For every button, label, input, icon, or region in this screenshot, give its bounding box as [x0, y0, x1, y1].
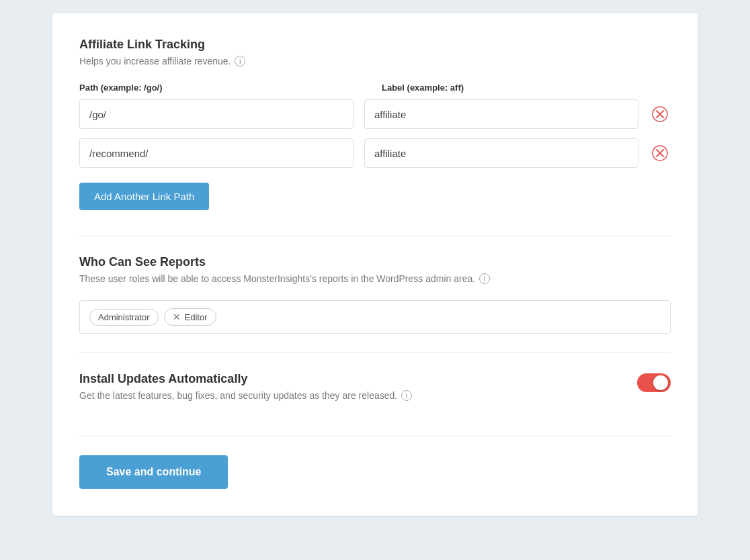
remove-icon-2	[652, 145, 668, 161]
reports-info-icon[interactable]: i	[479, 273, 490, 284]
divider-1	[79, 236, 671, 236]
updates-desc: Get the latest features, bug fixes, and …	[79, 390, 624, 401]
fields-header: Path (example: /go/) Label (example: aff…	[79, 83, 671, 93]
divider-3	[79, 436, 671, 436]
divider-2	[79, 353, 671, 353]
remove-row-2-button[interactable]	[649, 142, 671, 164]
label-column-header: Label (example: aff)	[382, 83, 671, 93]
updates-title: Install Updates Automatically	[79, 372, 624, 386]
affiliate-section: Affiliate Link Tracking Helps you increa…	[79, 38, 671, 217]
updates-info-icon[interactable]: i	[401, 390, 412, 401]
affiliate-title: Affiliate Link Tracking	[79, 38, 671, 52]
affiliate-desc: Helps you increase affiliate revenue. i	[79, 56, 671, 66]
affiliate-info-icon[interactable]: i	[235, 56, 245, 66]
save-continue-button[interactable]: Save and continue	[79, 455, 228, 489]
role-administrator-label: Administrator	[98, 312, 150, 322]
link-path-row-2	[79, 138, 671, 168]
label-input-2[interactable]	[364, 138, 638, 168]
reports-section: Who Can See Reports These user roles wil…	[79, 255, 671, 334]
updates-toggle-slider	[637, 373, 671, 392]
reports-desc: These user roles will be able to access …	[79, 273, 671, 284]
role-editor: ✕ Editor	[164, 308, 216, 326]
path-column-header: Path (example: /go/)	[79, 83, 368, 93]
updates-toggle[interactable]	[637, 373, 671, 392]
updates-text: Install Updates Automatically Get the la…	[79, 372, 624, 417]
link-path-row-1	[79, 99, 671, 129]
add-link-path-button[interactable]: Add Another Link Path	[79, 183, 209, 210]
role-editor-label: Editor	[185, 312, 208, 322]
label-input-1[interactable]	[364, 99, 638, 129]
updates-section: Install Updates Automatically Get the la…	[79, 372, 671, 417]
remove-icon-1	[652, 106, 668, 122]
role-administrator: Administrator	[89, 309, 159, 326]
path-input-1[interactable]	[79, 99, 353, 129]
main-card: Affiliate Link Tracking Helps you increa…	[52, 13, 698, 516]
path-input-2[interactable]	[79, 138, 353, 168]
roles-container: Administrator ✕ Editor	[79, 300, 671, 334]
reports-title: Who Can See Reports	[79, 255, 671, 269]
remove-editor-button[interactable]: ✕	[173, 312, 181, 322]
remove-row-1-button[interactable]	[649, 103, 671, 125]
